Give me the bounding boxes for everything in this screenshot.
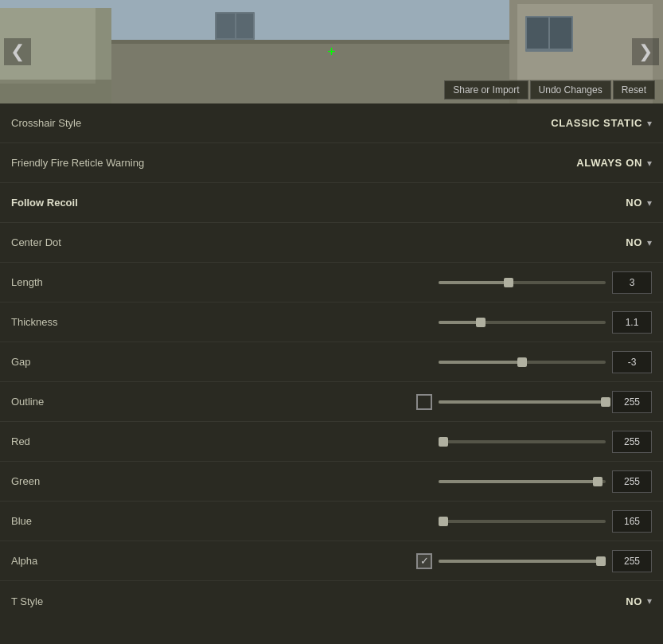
share-import-button[interactable]: Share or Import: [444, 80, 528, 100]
center-dot-value: NO: [626, 236, 642, 248]
center-dot-label: Center Dot: [11, 236, 138, 248]
crosshair-preview: +: [327, 45, 336, 59]
next-arrow[interactable]: ❯: [632, 38, 659, 65]
blue-value: 165: [612, 510, 652, 533]
length-value: 3: [612, 271, 652, 294]
reset-button[interactable]: Reset: [613, 80, 655, 100]
gap-slider-area: -3: [439, 351, 652, 373]
blue-label: Blue: [11, 515, 138, 527]
thickness-label: Thickness: [11, 316, 138, 328]
outline-value: 255: [612, 391, 652, 413]
settings-panel: Crosshair Style CLASSIC STATIC ▾ Friendl…: [0, 103, 663, 621]
crosshair-style-dropdown[interactable]: CLASSIC STATIC ▾: [551, 117, 652, 129]
red-slider[interactable]: [439, 434, 606, 450]
outline-slider-area: 255: [416, 391, 652, 413]
prev-arrow[interactable]: ❮: [4, 38, 31, 65]
friendly-fire-label: Friendly Fire Reticle Warning: [11, 157, 144, 169]
svg-rect-10: [527, 18, 548, 49]
alpha-checkmark: ✓: [420, 555, 429, 567]
green-row: Green 255: [0, 462, 663, 502]
gap-label: Gap: [11, 356, 138, 368]
outline-slider[interactable]: [439, 394, 606, 410]
red-value: 255: [612, 431, 652, 453]
alpha-row: Alpha ✓ 255: [0, 541, 663, 581]
toolbar: Share or Import Undo Changes Reset: [444, 80, 655, 100]
gap-row: Gap -3: [0, 342, 663, 382]
follow-recoil-chevron: ▾: [647, 197, 652, 209]
follow-recoil-label: Follow Recoil: [11, 197, 138, 209]
t-style-row: T Style NO ▾: [0, 581, 663, 621]
red-row: Red 255: [0, 422, 663, 462]
alpha-label: Alpha: [11, 555, 138, 567]
center-dot-chevron: ▾: [647, 237, 652, 248]
outline-row: Outline 255: [0, 382, 663, 422]
t-style-dropdown[interactable]: NO ▾: [626, 595, 652, 607]
svg-rect-11: [550, 18, 571, 49]
thickness-value: 1.1: [612, 311, 652, 334]
blue-row: Blue 165: [0, 502, 663, 541]
friendly-fire-chevron: ▾: [647, 158, 652, 169]
length-slider[interactable]: [439, 275, 606, 291]
thickness-row: Thickness 1.1: [0, 302, 663, 342]
blue-slider[interactable]: [439, 513, 606, 529]
crosshair-style-label: Crosshair Style: [11, 117, 138, 129]
t-style-label: T Style: [11, 595, 138, 607]
follow-recoil-row: Follow Recoil NO ▾: [0, 183, 663, 223]
alpha-checkbox[interactable]: ✓: [416, 553, 432, 569]
red-label: Red: [11, 435, 138, 447]
alpha-value: 255: [612, 550, 652, 572]
length-slider-area: 3: [439, 271, 652, 294]
friendly-fire-value: ALWAYS ON: [576, 157, 642, 169]
gap-value: -3: [612, 351, 652, 373]
center-dot-row: Center Dot NO ▾: [0, 223, 663, 263]
crosshair-style-row: Crosshair Style CLASSIC STATIC ▾: [0, 103, 663, 143]
svg-rect-6: [236, 14, 253, 38]
green-slider-area: 255: [439, 470, 652, 493]
alpha-slider[interactable]: [439, 553, 606, 569]
undo-changes-button[interactable]: Undo Changes: [530, 80, 611, 100]
thickness-slider[interactable]: [439, 314, 606, 330]
gap-slider[interactable]: [439, 354, 606, 370]
friendly-fire-dropdown[interactable]: ALWAYS ON ▾: [576, 157, 652, 169]
follow-recoil-value: NO: [626, 197, 642, 209]
length-label: Length: [11, 276, 138, 288]
friendly-fire-row: Friendly Fire Reticle Warning ALWAYS ON …: [0, 143, 663, 183]
crosshair-style-chevron: ▾: [647, 118, 652, 129]
t-style-chevron: ▾: [647, 595, 652, 607]
green-value: 255: [612, 470, 652, 493]
thickness-slider-area: 1.1: [439, 311, 652, 334]
alpha-slider-area: ✓ 255: [416, 550, 652, 572]
outline-checkbox[interactable]: [416, 394, 432, 410]
svg-rect-5: [216, 14, 235, 38]
crosshair-style-value: CLASSIC STATIC: [551, 117, 642, 129]
svg-rect-14: [111, 40, 509, 44]
red-slider-area: 255: [439, 431, 652, 453]
follow-recoil-dropdown[interactable]: NO ▾: [626, 197, 652, 209]
green-slider[interactable]: [439, 474, 606, 490]
preview-area: + ❮ ❯ Share or Import Undo Changes Reset: [0, 0, 663, 103]
outline-label: Outline: [11, 396, 138, 408]
blue-slider-area: 165: [439, 510, 652, 533]
length-row: Length 3: [0, 263, 663, 302]
t-style-value: NO: [626, 595, 642, 607]
center-dot-dropdown[interactable]: NO ▾: [626, 236, 652, 248]
green-label: Green: [11, 475, 138, 487]
